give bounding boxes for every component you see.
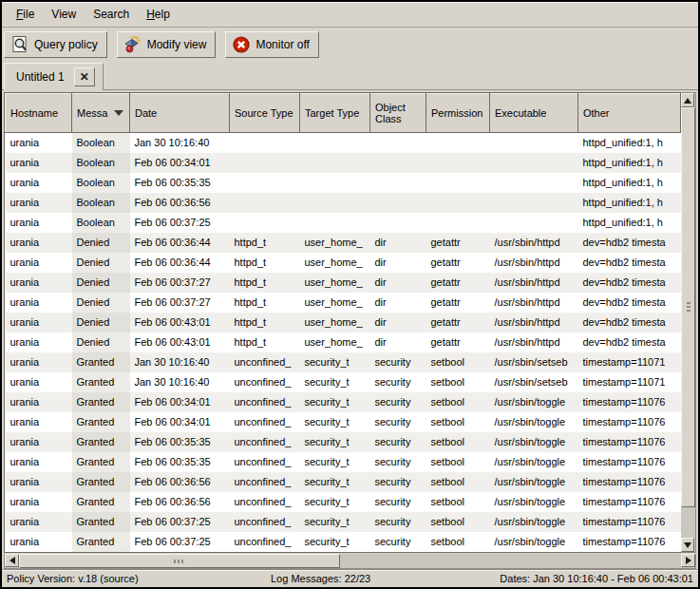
- modify-view-icon: [123, 35, 142, 54]
- table-row[interactable]: uraniaGrantedFeb 06 00:36:56unconfined_s…: [6, 492, 681, 512]
- table-row[interactable]: uraniaGrantedFeb 06 00:37:25unconfined_s…: [6, 532, 681, 552]
- cell-message: Granted: [72, 352, 130, 372]
- cell-source_type: unconfined_: [230, 472, 300, 492]
- vertical-scroll-thumb[interactable]: [681, 107, 695, 507]
- table-row[interactable]: uraniaBooleanJan 30 10:16:40httpd_unifie…: [6, 133, 681, 153]
- cell-object_class: security: [370, 372, 426, 392]
- scroll-left-button[interactable]: [5, 554, 19, 567]
- horizontal-scroll-track[interactable]: [19, 554, 681, 568]
- table-row[interactable]: uraniaBooleanFeb 06 00:35:35httpd_unifie…: [6, 173, 681, 193]
- tab-close-button[interactable]: ✕: [74, 67, 95, 86]
- cell-target_type: [300, 133, 370, 153]
- table-row[interactable]: uraniaGrantedJan 30 10:16:40unconfined_s…: [6, 352, 681, 372]
- cell-message: Granted: [72, 532, 130, 552]
- table-row[interactable]: uraniaGrantedFeb 06 00:35:35unconfined_s…: [6, 452, 681, 472]
- cell-hostname: urania: [6, 332, 72, 352]
- horizontal-scrollbar[interactable]: [4, 554, 696, 569]
- table-row[interactable]: uraniaDeniedFeb 06 00:37:27httpd_tuser_h…: [6, 293, 681, 313]
- vertical-scroll-track[interactable]: [681, 107, 695, 538]
- table-row[interactable]: uraniaBooleanFeb 06 00:36:56httpd_unifie…: [6, 193, 681, 213]
- query-policy-button[interactable]: Query policy: [4, 31, 107, 58]
- table-row[interactable]: uraniaGrantedJan 30 10:16:40unconfined_s…: [6, 372, 681, 392]
- cell-message: Granted: [72, 452, 130, 472]
- table-row[interactable]: uraniaGrantedFeb 06 00:34:01unconfined_s…: [6, 392, 681, 412]
- cell-date: Feb 06 00:36:44: [130, 233, 230, 253]
- table-row[interactable]: uraniaDeniedFeb 06 00:36:44httpd_tuser_h…: [6, 253, 681, 273]
- vertical-scrollbar[interactable]: [681, 92, 696, 553]
- table-row[interactable]: uraniaDeniedFeb 06 00:37:27httpd_tuser_h…: [6, 273, 681, 293]
- cell-other: timestamp=11076: [578, 472, 681, 492]
- cell-executable: /usr/sbin/setseb: [490, 372, 578, 392]
- cell-permission: setbool: [426, 532, 490, 552]
- cell-hostname: urania: [6, 412, 72, 432]
- scroll-down-button[interactable]: [681, 538, 694, 552]
- query-policy-icon: [10, 35, 29, 54]
- menu-file[interactable]: File: [8, 4, 43, 25]
- cell-permission: getattr: [426, 293, 490, 313]
- tab-label: Untitled 1: [16, 70, 65, 84]
- cell-target_type: [300, 213, 370, 233]
- table-row[interactable]: uraniaGrantedFeb 06 00:37:25unconfined_s…: [6, 512, 681, 532]
- monitor-off-button[interactable]: Monitor off: [225, 31, 318, 58]
- cell-permission: setbool: [426, 372, 490, 392]
- column-header-message[interactable]: Messa: [72, 94, 130, 133]
- cell-other: dev=hdb2 timesta: [578, 293, 681, 313]
- cell-hostname: urania: [6, 392, 72, 412]
- cell-target_type: [300, 153, 370, 173]
- cell-hostname: urania: [6, 213, 72, 233]
- cell-other: httpd_unified:1, h: [578, 153, 681, 173]
- column-header-other[interactable]: Other: [578, 94, 681, 133]
- cell-message: Denied: [72, 233, 130, 253]
- cell-date: Jan 30 10:16:40: [130, 352, 230, 372]
- cell-hostname: urania: [6, 253, 72, 273]
- table-row[interactable]: uraniaDeniedFeb 06 00:43:01httpd_tuser_h…: [6, 332, 681, 352]
- table-row[interactable]: uraniaGrantedFeb 06 00:35:35unconfined_s…: [6, 432, 681, 452]
- cell-hostname: urania: [6, 492, 72, 512]
- cell-source_type: unconfined_: [230, 512, 300, 532]
- cell-other: httpd_unified:1, h: [578, 193, 681, 213]
- scroll-right-button[interactable]: [681, 554, 695, 567]
- tab-untitled-1[interactable]: Untitled 1 ✕: [4, 63, 104, 90]
- column-header-object-class[interactable]: Object Class: [370, 94, 426, 133]
- column-header-source-type[interactable]: Source Type: [230, 94, 300, 133]
- cell-date: Feb 06 00:35:35: [130, 173, 230, 193]
- menu-search[interactable]: Search: [85, 4, 138, 25]
- cell-message: Boolean: [72, 153, 130, 173]
- column-header-hostname[interactable]: Hostname: [6, 94, 72, 133]
- log-table: Hostname Messa Date Source Type Target T…: [5, 93, 681, 552]
- menu-view[interactable]: View: [43, 4, 85, 25]
- cell-date: Feb 06 00:37:25: [130, 213, 230, 233]
- table-row[interactable]: uraniaDeniedFeb 06 00:36:44httpd_tuser_h…: [6, 233, 681, 253]
- table-row[interactable]: uraniaGrantedFeb 06 00:34:01unconfined_s…: [6, 412, 681, 432]
- cell-target_type: security_t: [300, 492, 370, 512]
- cell-message: Denied: [72, 253, 130, 273]
- scroll-up-button[interactable]: [681, 93, 694, 107]
- column-header-executable[interactable]: Executable: [490, 94, 578, 133]
- cell-other: httpd_unified:1, h: [578, 133, 681, 153]
- cell-permission: [426, 173, 490, 193]
- policy-version-status: Policy Version: v.18 (source): [7, 573, 139, 584]
- table-row[interactable]: uraniaDeniedFeb 06 00:43:01httpd_tuser_h…: [6, 313, 681, 332]
- cell-other: timestamp=11076: [578, 432, 681, 452]
- column-header-permission[interactable]: Permission: [426, 94, 490, 133]
- modify-view-button[interactable]: Modify view: [117, 31, 217, 58]
- cell-other: timestamp=11071: [578, 372, 681, 392]
- cell-executable: /usr/sbin/toggle: [490, 512, 578, 532]
- table-row[interactable]: uraniaGrantedFeb 06 00:36:56unconfined_s…: [6, 472, 681, 492]
- menu-help[interactable]: Help: [138, 4, 179, 25]
- cell-message: Denied: [72, 332, 130, 352]
- cell-message: Boolean: [72, 193, 130, 213]
- column-header-date[interactable]: Date: [130, 94, 230, 133]
- cell-permission: setbool: [426, 452, 490, 472]
- column-header-target-type[interactable]: Target Type: [300, 94, 370, 133]
- cell-hostname: urania: [6, 352, 72, 372]
- cell-permission: [426, 193, 490, 213]
- table-row[interactable]: uraniaBooleanFeb 06 00:34:01httpd_unifie…: [6, 153, 681, 173]
- log-view: Hostname Messa Date Source Type Target T…: [4, 92, 696, 569]
- table-row[interactable]: uraniaBooleanFeb 06 00:37:25httpd_unifie…: [6, 213, 681, 233]
- cell-permission: getattr: [426, 233, 490, 253]
- cell-object_class: [370, 133, 426, 153]
- cell-target_type: user_home_: [300, 293, 370, 313]
- horizontal-scroll-thumb[interactable]: [19, 554, 340, 568]
- cell-object_class: dir: [370, 233, 426, 253]
